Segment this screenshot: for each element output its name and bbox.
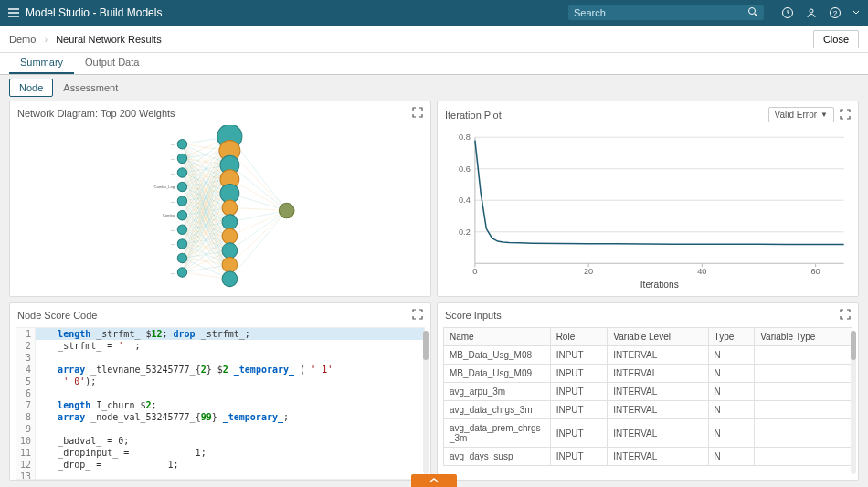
table-row[interactable]: avg_arpu_3mINPUTINTERVALN <box>444 383 852 401</box>
svg-point-153 <box>222 215 238 230</box>
content-grid: Network Diagram: Top 200 Weights ———Comb… <box>0 101 868 486</box>
iteration-chart[interactable]: 0.20.40.60.80204060Iterations <box>438 128 858 296</box>
svg-point-133 <box>177 182 186 191</box>
svg-text:—: — <box>171 228 175 232</box>
svg-text:Iterations: Iterations <box>640 280 679 290</box>
panel-inputs-title: Score Inputs <box>445 310 502 321</box>
clock-icon[interactable] <box>780 5 795 20</box>
svg-text:Combo: Combo <box>163 213 175 217</box>
menu-icon[interactable] <box>7 6 20 19</box>
score-inputs-table[interactable]: NameRoleVariable LevelTypeVariable Type … <box>443 327 852 466</box>
svg-point-3 <box>810 9 813 13</box>
svg-text:40: 40 <box>697 267 706 276</box>
svg-text:?: ? <box>833 9 838 17</box>
footer-expand-icon[interactable] <box>411 474 457 487</box>
user-icon[interactable] <box>804 5 819 20</box>
svg-line-1 <box>755 14 757 16</box>
svg-text:—: — <box>171 199 175 204</box>
svg-text:0.8: 0.8 <box>459 132 471 142</box>
network-diagram[interactable]: ———Combo_Log—Combo———— <box>10 125 430 296</box>
metric-dropdown[interactable]: Valid Error ▼ <box>768 107 834 122</box>
svg-line-118 <box>229 165 286 211</box>
svg-text:—: — <box>171 256 175 260</box>
table-row[interactable]: avg_days_suspINPUTINTERVALN <box>444 448 852 466</box>
svg-point-143 <box>177 253 186 262</box>
svg-point-156 <box>222 257 238 272</box>
table-header[interactable]: Type <box>708 328 755 346</box>
tab-summary[interactable]: Summary <box>9 52 74 74</box>
subtab-assessment[interactable]: Assessment <box>53 79 128 97</box>
svg-text:—: — <box>171 142 175 146</box>
code-scrollbar[interactable] <box>423 331 429 474</box>
svg-line-125 <box>229 211 286 265</box>
code-editor[interactable]: 123456789101112131415 length _strfmt_ $1… <box>16 327 425 480</box>
table-header[interactable]: Variable Type <box>755 328 852 346</box>
table-header[interactable]: Role <box>550 328 608 346</box>
main-tabs: Summary Output Data <box>0 53 868 75</box>
expand-icon[interactable] <box>412 107 423 120</box>
svg-text:0: 0 <box>472 267 477 276</box>
panel-network: Network Diagram: Top 200 Weights ———Comb… <box>9 101 431 297</box>
help-icon[interactable]: ? <box>828 5 842 20</box>
panel-network-title: Network Diagram: Top 200 Weights <box>17 108 175 119</box>
expand-icon[interactable] <box>840 109 851 122</box>
chevron-down-icon: ▼ <box>820 111 828 119</box>
table-row[interactable]: MB_Data_Usg_M08INPUTINTERVALN <box>444 346 852 365</box>
svg-point-139 <box>177 225 186 234</box>
svg-text:0.4: 0.4 <box>459 196 471 205</box>
breadcrumb: Demo › Neural Network Results <box>9 34 162 45</box>
panel-code: Node Score Code 123456789101112131415 le… <box>9 302 431 481</box>
code-body: length _strfmt_ $12; drop _strfmt_; _str… <box>36 328 424 479</box>
metric-dropdown-label: Valid Error <box>775 110 818 120</box>
tab-output-data[interactable]: Output Data <box>74 52 150 74</box>
svg-point-135 <box>177 196 186 206</box>
svg-line-126 <box>229 211 286 280</box>
svg-text:—: — <box>171 241 175 246</box>
table-scrollbar[interactable] <box>851 331 856 474</box>
search-input[interactable] <box>574 7 747 18</box>
table-header[interactable]: Name <box>444 328 551 346</box>
svg-text:Combo_Log: Combo_Log <box>154 185 175 189</box>
svg-text:—: — <box>171 156 175 161</box>
panel-iteration-title: Iteration Plot <box>445 110 502 121</box>
panel-inputs: Score Inputs NameRoleVariable LevelTypeV… <box>437 302 859 481</box>
svg-point-137 <box>177 211 186 220</box>
breadcrumb-sep: › <box>44 34 48 45</box>
svg-point-129 <box>177 154 186 163</box>
svg-line-122 <box>229 211 286 222</box>
svg-point-141 <box>177 239 186 249</box>
svg-text:0.6: 0.6 <box>459 164 471 174</box>
search-icon[interactable] <box>747 6 758 19</box>
table-header[interactable]: Variable Level <box>608 328 708 346</box>
panel-iteration: Iteration Plot Valid Error ▼ 0.20.40.60.… <box>437 101 859 297</box>
svg-text:0.2: 0.2 <box>459 228 471 237</box>
svg-point-131 <box>177 168 186 177</box>
code-gutter: 123456789101112131415 <box>16 328 36 479</box>
expand-icon[interactable] <box>412 309 423 322</box>
close-button[interactable]: Close <box>813 30 859 48</box>
panel-code-title: Node Score Code <box>17 310 97 321</box>
breadcrumb-current: Neural Network Results <box>56 34 162 45</box>
sub-tabs: Node Assessment <box>0 75 868 101</box>
svg-point-157 <box>222 271 238 287</box>
search-wrap <box>568 5 764 20</box>
svg-text:—: — <box>171 171 175 175</box>
sub-header: Demo › Neural Network Results Close <box>0 26 868 53</box>
app-title: Model Studio - Build Models <box>26 6 162 19</box>
table-row[interactable]: avg_data_chrgs_3mINPUTINTERVALN <box>444 401 852 419</box>
svg-text:20: 20 <box>584 267 593 276</box>
svg-point-0 <box>749 8 756 15</box>
svg-point-158 <box>279 203 294 218</box>
table-row[interactable]: MB_Data_Usg_M09INPUTINTERVALN <box>444 365 852 383</box>
top-bar: Model Studio - Build Models ? <box>0 0 868 26</box>
expand-icon[interactable] <box>840 309 851 322</box>
svg-point-154 <box>222 228 238 244</box>
breadcrumb-root[interactable]: Demo <box>9 34 36 45</box>
svg-point-152 <box>222 200 238 216</box>
svg-point-145 <box>177 268 186 277</box>
profile-caret-icon[interactable] <box>852 7 861 18</box>
svg-text:60: 60 <box>810 267 820 276</box>
table-row[interactable]: avg_data_prem_chrgs_3mINPUTINTERVALN <box>444 419 852 448</box>
svg-text:—: — <box>171 270 175 275</box>
subtab-node[interactable]: Node <box>9 79 53 97</box>
